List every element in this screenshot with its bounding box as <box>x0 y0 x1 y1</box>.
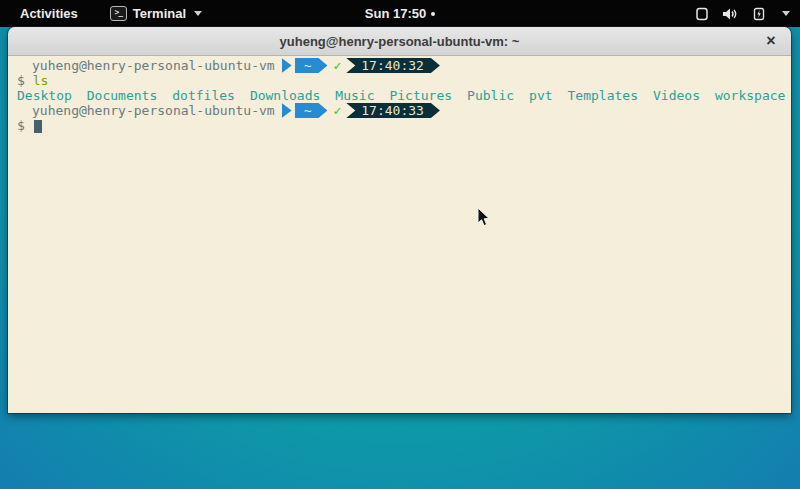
chevron-down-icon <box>782 11 790 16</box>
directory-name: Pictures <box>389 88 452 103</box>
cwd-segment: ~ <box>295 58 328 73</box>
directory-name: dotfiles <box>172 88 235 103</box>
cwd-segment: ~ <box>295 103 328 118</box>
directory-name: Downloads <box>250 88 320 103</box>
prompt-symbol: $ <box>17 73 25 88</box>
powerline-arrow-icon <box>282 58 292 73</box>
text-cursor <box>34 120 42 133</box>
directory-name: Public <box>467 88 514 103</box>
directory-name: Music <box>335 88 374 103</box>
close-button[interactable]: × <box>760 30 782 52</box>
directory-name: pvt <box>529 88 552 103</box>
prompt-line: yuheng@henry-personal-ubuntu-vm ~ ✓ 17:4… <box>17 58 791 73</box>
window-title: yuheng@henry-personal-ubuntu-vm: ~ <box>280 34 520 49</box>
directory-name: Desktop <box>17 88 72 103</box>
current-command-line: $ <box>17 118 791 133</box>
battery-charging-icon <box>751 7 767 21</box>
clock-button[interactable]: Sun 17:50 <box>361 4 439 23</box>
terminal-window: yuheng@henry-personal-ubuntu-vm: ~ × yuh… <box>8 27 791 413</box>
command-line: $ ls <box>17 73 791 88</box>
terminal-app-icon: >_ <box>110 6 127 21</box>
prompt-symbol: $ <box>17 118 25 133</box>
screen-icon <box>695 7 709 21</box>
powerline-arrow-icon <box>282 103 292 118</box>
directory-name: Documents <box>87 88 157 103</box>
directory-name: Videos <box>653 88 700 103</box>
window-titlebar[interactable]: yuheng@henry-personal-ubuntu-vm: ~ × <box>8 27 791 56</box>
user-host: yuheng@henry-personal-ubuntu-vm <box>32 58 275 73</box>
status-check-icon: ✓ <box>333 103 341 118</box>
status-check-icon: ✓ <box>333 58 341 73</box>
prompt-line: yuheng@henry-personal-ubuntu-vm ~ ✓ 17:4… <box>17 103 791 118</box>
ls-output: DesktopDocumentsdotfilesDownloadsMusicPi… <box>17 88 791 103</box>
directory-name: workspace <box>715 88 785 103</box>
time-segment: 17:40:33 <box>346 103 440 118</box>
command-text: ls <box>33 73 49 88</box>
app-menu-label: Terminal <box>133 6 186 21</box>
system-tray[interactable] <box>695 0 790 27</box>
app-menu-terminal[interactable]: >_ Terminal <box>110 6 202 21</box>
desktop: Activities >_ Terminal Sun 17:50 <box>0 0 800 489</box>
volume-icon <box>722 7 738 21</box>
chevron-down-icon <box>194 11 202 16</box>
clock-label: Sun 17:50 <box>365 6 426 21</box>
terminal-content[interactable]: yuheng@henry-personal-ubuntu-vm ~ ✓ 17:4… <box>8 56 791 413</box>
activities-button[interactable]: Activities <box>14 4 84 23</box>
user-host: yuheng@henry-personal-ubuntu-vm <box>32 103 275 118</box>
time-segment: 17:40:32 <box>346 58 440 73</box>
directory-name: Templates <box>568 88 638 103</box>
gnome-top-bar: Activities >_ Terminal Sun 17:50 <box>0 0 800 27</box>
notification-dot <box>431 12 435 16</box>
